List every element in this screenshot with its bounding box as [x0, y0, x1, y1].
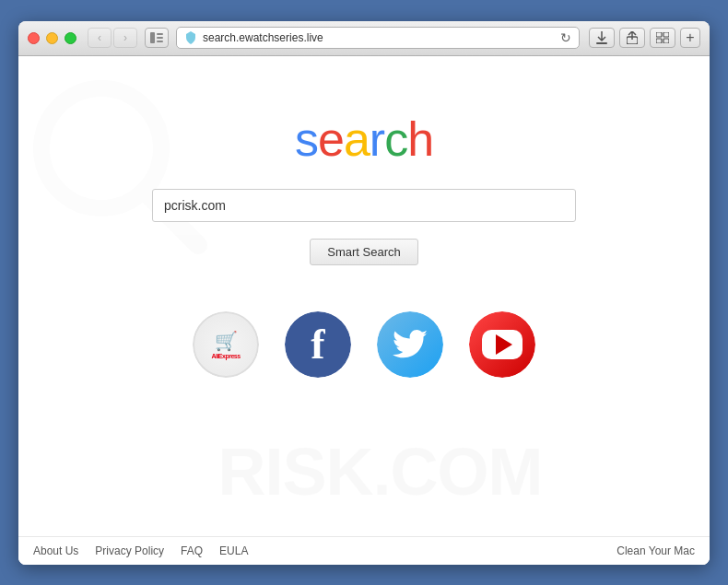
forward-button[interactable]: › — [113, 28, 137, 48]
sidebar-toggle-button[interactable] — [145, 28, 169, 48]
svg-rect-1 — [157, 33, 163, 35]
svg-rect-6 — [656, 32, 662, 37]
new-tab-button[interactable] — [650, 28, 675, 48]
eula-link[interactable]: EULA — [219, 544, 248, 557]
logo-letter-e: e — [318, 112, 344, 166]
svg-rect-8 — [656, 39, 662, 43]
title-bar: ‹ › search.ewatchseries.live ↻ — [18, 21, 710, 56]
reload-button[interactable]: ↻ — [560, 30, 571, 45]
facebook-icon: f — [285, 311, 351, 378]
quick-links: 🛒 AliExpress f — [18, 311, 710, 378]
twitter-icon — [377, 311, 443, 378]
footer-links: About Us Privacy Policy FAQ EULA — [33, 544, 248, 557]
download-button[interactable] — [589, 28, 615, 48]
svg-rect-4 — [596, 42, 607, 44]
smart-search-button[interactable]: Smart Search — [310, 239, 417, 265]
traffic-lights — [28, 32, 76, 44]
clean-your-mac-link[interactable]: Clean Your Mac — [616, 544, 695, 557]
logo-letter-c: c — [384, 112, 407, 166]
svg-rect-0 — [150, 32, 155, 43]
logo-letter-a: a — [344, 112, 370, 166]
aliexpress-icon: 🛒 AliExpress — [193, 311, 259, 378]
aliexpress-text: AliExpress — [211, 353, 240, 359]
page-footer: About Us Privacy Policy FAQ EULA Clean Y… — [18, 536, 710, 565]
logo-letter-s: s — [295, 112, 318, 166]
twitter-link[interactable] — [377, 311, 443, 378]
secure-icon — [184, 31, 197, 44]
facebook-link[interactable]: f — [285, 311, 351, 378]
search-area: search pcrisk.com Smart Search — [18, 56, 710, 265]
minimize-button[interactable] — [46, 32, 58, 44]
back-button[interactable]: ‹ — [88, 28, 112, 48]
add-tab-button[interactable]: + — [680, 28, 700, 48]
aliexpress-link[interactable]: 🛒 AliExpress — [193, 311, 259, 378]
faq-link[interactable]: FAQ — [181, 544, 203, 557]
watermark-text: RISK.COM — [218, 434, 543, 509]
maximize-button[interactable] — [65, 32, 76, 44]
url-text: search.ewatchseries.live — [203, 31, 551, 44]
privacy-policy-link[interactable]: Privacy Policy — [95, 544, 164, 557]
logo-letter-r: r — [370, 112, 384, 166]
svg-rect-7 — [663, 32, 669, 37]
cart-icon: 🛒 — [215, 330, 238, 352]
share-button[interactable] — [619, 28, 645, 48]
svg-rect-3 — [157, 41, 163, 42]
toolbar-actions — [589, 28, 675, 48]
about-us-link[interactable]: About Us — [33, 544, 78, 557]
svg-rect-9 — [663, 39, 669, 43]
nav-buttons: ‹ › — [88, 28, 137, 48]
youtube-icon — [469, 311, 535, 378]
page-content: RISK.COM search pcrisk.com Smart Search … — [18, 56, 710, 565]
site-logo: search — [295, 111, 433, 167]
search-input[interactable]: pcrisk.com — [152, 189, 576, 222]
youtube-link[interactable] — [469, 311, 535, 378]
address-bar[interactable]: search.ewatchseries.live ↻ — [176, 27, 580, 49]
search-box-wrapper: pcrisk.com — [152, 189, 576, 222]
svg-rect-2 — [157, 37, 163, 39]
logo-letter-h: h — [407, 112, 433, 166]
close-button[interactable] — [28, 32, 40, 44]
browser-window: ‹ › search.ewatchseries.live ↻ — [18, 21, 710, 565]
play-icon — [496, 334, 512, 355]
